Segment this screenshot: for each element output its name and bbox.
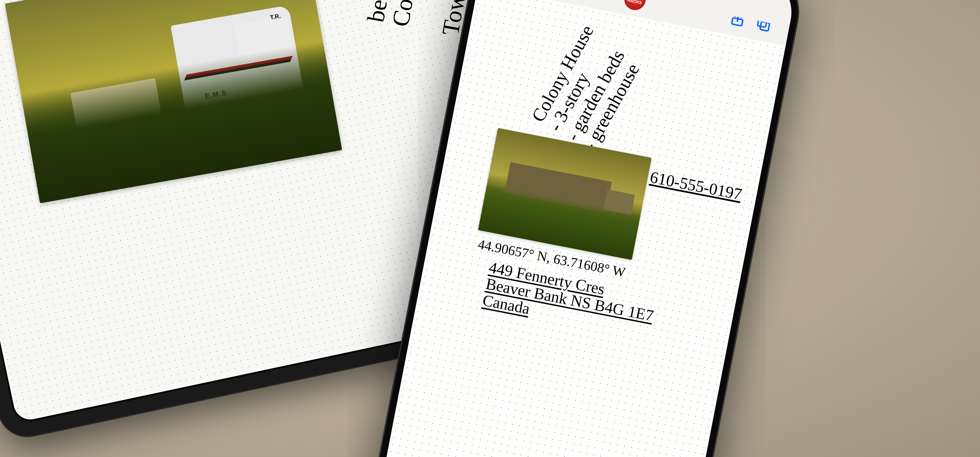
photo-roof-label: T.R. bbox=[269, 12, 281, 21]
gadget-hacks-badge[interactable]: GADGET HACKS bbox=[622, 0, 648, 12]
handwriting-address[interactable]: 449 Fennerty Cres Beaver Bank NS B4G 1E7… bbox=[481, 259, 658, 341]
handwriting-phone-number[interactable]: 610-555-0197 bbox=[648, 168, 743, 204]
handwriting-colony-bullets: Colony House - 3-story - garden beds - g… bbox=[528, 22, 648, 153]
embedded-photo-mansion[interactable] bbox=[478, 128, 652, 260]
photo-content: E.M.S T.R. bbox=[5, 0, 342, 203]
badge-line2: HACKS bbox=[625, 0, 644, 5]
hw-colony-house: Colony House bbox=[387, 0, 437, 29]
hw-plus: + bbox=[417, 0, 445, 3]
embedded-photo-ambulance[interactable]: E.M.S T.R. bbox=[5, 0, 342, 203]
photo-content bbox=[478, 128, 652, 260]
desk-surface: Fri Jan 24 From was a school bbox=[0, 0, 980, 457]
